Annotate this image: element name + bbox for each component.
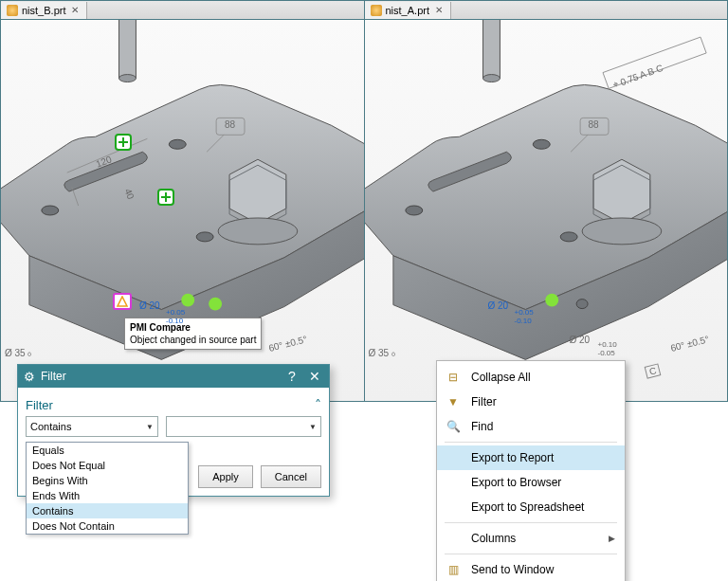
svg-point-19 — [582, 218, 662, 245]
right-panel: nist_A.prt ✕ Comparison Part: MBD_0 — [365, 1, 728, 401]
funnel-icon: ▼ — [445, 395, 462, 409]
ctx-item-export-to-browser[interactable]: Export to Browser — [437, 470, 625, 495]
tol-lower-l: -0.10 — [166, 317, 183, 325]
context-menu: ⊟Collapse All▼Filter🔍FindExport to Repor… — [436, 360, 626, 581]
section-label: Filter — [26, 398, 53, 412]
svg-point-8 — [181, 294, 194, 307]
file-icon — [7, 5, 18, 16]
dim-diam35-l: Ø 35 ₀ — [5, 348, 31, 358]
file-icon — [371, 5, 382, 16]
svg-point-2 — [42, 206, 59, 215]
svg-point-3 — [196, 232, 213, 242]
operator-dropdown: EqualsDoes Not EqualBegins WithEnds With… — [26, 442, 189, 535]
section-filter-header[interactable]: Filter ˄ — [26, 393, 321, 416]
ctx-item-send-to-window[interactable]: ▥Send to Window — [437, 557, 625, 581]
operator-option[interactable]: Begins With — [27, 473, 188, 488]
operator-option[interactable]: Ends With — [27, 488, 188, 503]
svg-point-21 — [576, 300, 588, 309]
chevron-down-icon: ▼ — [146, 423, 154, 431]
operator-value: Contains — [30, 421, 71, 432]
close-icon[interactable]: ✕ — [433, 5, 445, 15]
added-marker-2[interactable] — [157, 189, 174, 206]
tol-upper-l: +0.05 — [166, 308, 185, 317]
tab-nist-b[interactable]: nist_B.prt ✕ — [1, 2, 87, 19]
chevron-up-icon: ˄ — [315, 397, 321, 412]
svg-point-15 — [560, 232, 577, 242]
operator-option[interactable]: Equals — [27, 443, 188, 458]
apply-button[interactable]: Apply — [198, 465, 253, 488]
chevron-right-icon: ▶ — [609, 534, 615, 543]
svg-point-14 — [405, 206, 422, 215]
gear-icon: ⚙ — [24, 370, 35, 384]
dim-88-r: 88 — [589, 119, 599, 130]
viewport-right[interactable]: 88 ⌖ 0.75 A B C Ø 35 ₀ Ø 20 +0.05 -0.10 … — [365, 20, 728, 401]
ctx-item-label: Columns — [471, 532, 516, 545]
tab-bar-right: nist_A.prt ✕ — [365, 1, 728, 20]
operator-option[interactable]: Does Not Equal — [27, 458, 188, 473]
ctx-item-find[interactable]: 🔍Find — [437, 414, 625, 439]
operator-option[interactable]: Contains — [27, 503, 188, 518]
main-viewports: nist_B.prt ✕ Source Part: MBD_0 — [0, 0, 728, 402]
ctx-item-filter[interactable]: ▼Filter — [437, 390, 625, 414]
left-panel: nist_B.prt ✕ Source Part: MBD_0 — [1, 1, 365, 401]
svg-rect-12 — [482, 20, 500, 79]
ctx-item-export-to-spreadsheet[interactable]: Export to Spreadsheet — [437, 495, 625, 519]
tab-nist-a[interactable]: nist_A.prt ✕ — [365, 2, 451, 19]
viewport-left[interactable]: PMI Compare Object changed in source par… — [1, 20, 364, 401]
svg-point-13 — [482, 75, 500, 82]
ctx-item-export-to-report[interactable]: Export to Report — [437, 445, 625, 470]
svg-rect-0 — [119, 20, 136, 79]
tol-upper2-r: +0.10 — [598, 340, 617, 349]
added-marker-1[interactable] — [115, 134, 132, 151]
ctx-item-label: Send to Window — [471, 563, 554, 576]
svg-point-20 — [545, 294, 558, 307]
separator — [445, 442, 617, 443]
help-button[interactable]: ? — [283, 369, 300, 384]
svg-point-1 — [119, 75, 136, 82]
changed-marker[interactable] — [113, 293, 132, 310]
tab-label: nist_A.prt — [386, 5, 429, 16]
find-icon: 🔍 — [445, 420, 462, 433]
dim-diam20-l: Ø 20 — [139, 300, 160, 311]
close-icon[interactable]: ✕ — [69, 5, 81, 15]
collapse-icon: ⊟ — [445, 371, 462, 384]
tooltip-title: PMI Compare — [130, 321, 256, 334]
dim-diam35-r: Ø 35 ₀ — [369, 348, 395, 358]
filter-body: Filter ˄ Contains ▼ ▼ EqualsDoes Not Equ… — [18, 388, 329, 496]
ctx-item-label: Find — [471, 420, 493, 433]
ctx-item-label: Export to Browser — [471, 476, 561, 489]
ctx-item-label: Export to Spreadsheet — [471, 500, 584, 514]
cancel-button[interactable]: Cancel — [261, 465, 321, 488]
ctx-item-collapse-all[interactable]: ⊟Collapse All — [437, 365, 625, 390]
ctx-item-label: Export to Report — [471, 451, 554, 464]
tooltip-pmi-compare: PMI Compare Object changed in source par… — [124, 318, 262, 350]
send-icon: ▥ — [445, 563, 462, 576]
tooltip-body: Object changed in source part — [130, 334, 256, 346]
operator-combo[interactable]: Contains ▼ — [26, 416, 158, 437]
tol-upper-r: +0.05 — [515, 308, 534, 317]
dialog-title: Filter — [41, 370, 66, 383]
dialog-titlebar[interactable]: ⚙ Filter ? ✕ — [18, 365, 329, 388]
close-button[interactable]: ✕ — [306, 369, 323, 384]
operator-option[interactable]: Does Not Contain — [27, 518, 188, 534]
tab-label: nist_B.prt — [22, 5, 65, 16]
filter-dialog: ⚙ Filter ? ✕ Filter ˄ Contains ▼ ▼ Equal… — [17, 364, 330, 497]
value-combo[interactable]: ▼ — [166, 416, 321, 437]
ctx-item-columns[interactable]: Columns▶ — [437, 526, 625, 551]
tol-lower2-r: -0.05 — [598, 349, 615, 357]
separator — [445, 554, 617, 554]
ctx-item-label: Collapse All — [471, 371, 531, 384]
tol-lower-r: -0.10 — [515, 317, 532, 325]
ctx-item-label: Filter — [471, 395, 497, 409]
chevron-down-icon: ▼ — [309, 423, 317, 431]
tab-bar-left: nist_B.prt ✕ — [1, 1, 364, 20]
separator — [445, 522, 617, 523]
svg-point-9 — [209, 298, 222, 311]
dim-diam20-r: Ø 20 — [488, 300, 509, 311]
svg-point-7 — [218, 218, 298, 245]
svg-point-4 — [169, 139, 186, 149]
dim-diam20b-r: Ø 20 — [570, 335, 591, 345]
dim-88: 88 — [225, 119, 235, 130]
svg-point-16 — [533, 139, 550, 149]
